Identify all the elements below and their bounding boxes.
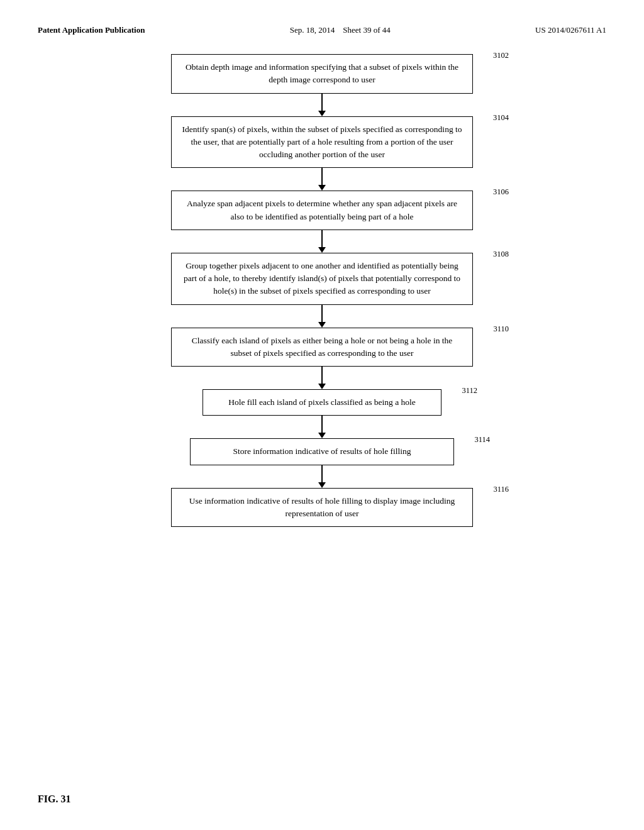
- arrow-7: [318, 465, 326, 488]
- arrow-head-5: [318, 384, 326, 389]
- step-3106-text: Analyze span adjacent pixels to determin…: [187, 199, 457, 221]
- ref-3116: 3116: [492, 484, 509, 495]
- ref-3110: 3110: [492, 323, 509, 335]
- step-3108-text: Group together pixels adjacent to one an…: [184, 261, 460, 296]
- arrow-head-3: [318, 247, 326, 253]
- arrow-line-7: [321, 465, 323, 482]
- flow-row-3102: Obtain depth image and information speci…: [171, 54, 473, 94]
- step-3110-text: Classify each island of pixels as either…: [192, 336, 453, 358]
- step-3116-box: Use information indicative of results of…: [171, 488, 473, 528]
- publication-date: Sep. 18, 2014: [290, 25, 335, 35]
- flow-row-3104: Identify span(s) of pixels, within the s…: [171, 116, 473, 169]
- step-3110-box: Classify each island of pixels as either…: [171, 328, 473, 367]
- step-3112-box: Hole fill each island of pixels classifi…: [203, 389, 441, 416]
- arrow-4: [318, 305, 326, 328]
- arrow-line-4: [321, 305, 323, 322]
- page: Patent Application Publication Sep. 18, …: [0, 0, 644, 830]
- step-3102-text: Obtain depth image and information speci…: [186, 62, 458, 84]
- flow-row-3108: Group together pixels adjacent to one an…: [171, 253, 473, 305]
- step-3102-box: Obtain depth image and information speci…: [171, 54, 473, 94]
- step-3112-text: Hole fill each island of pixels classifi…: [228, 397, 416, 407]
- ref-3112: 3112: [460, 385, 477, 397]
- step-3114-box: Store information indicative of results …: [190, 438, 454, 465]
- step-3104-box: Identify span(s) of pixels, within the s…: [171, 116, 473, 169]
- flow-row-3110: Classify each island of pixels as either…: [171, 328, 473, 367]
- arrow-line-3: [321, 230, 323, 247]
- ref-3104: 3104: [492, 112, 509, 124]
- sheet-info: Sheet 39 of 44: [343, 25, 390, 35]
- arrow-head-6: [318, 433, 326, 438]
- fig-label: FIG. 31: [38, 794, 70, 805]
- step-3114-text: Store information indicative of results …: [233, 446, 411, 456]
- flow-row-3106: Analyze span adjacent pixels to determin…: [171, 191, 473, 230]
- arrow-head-2: [318, 185, 326, 191]
- header-left: Patent Application Publication: [38, 25, 145, 35]
- arrow-head-4: [318, 322, 326, 328]
- flowchart: Obtain depth image and information speci…: [38, 54, 606, 527]
- flow-row-3114: Store information indicative of results …: [190, 438, 454, 465]
- step-3108-box: Group together pixels adjacent to one an…: [171, 253, 473, 305]
- flow-row-3116: Use information indicative of results of…: [171, 488, 473, 528]
- arrow-line-1: [321, 94, 323, 111]
- header-right: US 2014/0267611 A1: [535, 25, 606, 35]
- step-3106-box: Analyze span adjacent pixels to determin…: [171, 191, 473, 230]
- header-center: Sep. 18, 2014 Sheet 39 of 44: [290, 25, 391, 35]
- page-header: Patent Application Publication Sep. 18, …: [38, 25, 606, 35]
- arrow-5: [318, 367, 326, 389]
- arrow-line-2: [321, 168, 323, 185]
- step-3104-text: Identify span(s) of pixels, within the s…: [182, 124, 462, 160]
- ref-3108: 3108: [492, 248, 509, 260]
- arrow-line-5: [321, 367, 323, 384]
- arrow-head-7: [318, 482, 326, 488]
- arrow-3: [318, 230, 326, 253]
- arrow-2: [318, 168, 326, 191]
- ref-3106: 3106: [492, 186, 509, 198]
- arrow-line-6: [321, 416, 323, 433]
- ref-3114: 3114: [473, 434, 490, 446]
- flow-row-3112: Hole fill each island of pixels classifi…: [203, 389, 441, 416]
- arrow-6: [318, 416, 326, 438]
- ref-3102: 3102: [492, 50, 509, 62]
- arrow-1: [318, 94, 326, 116]
- step-3116-text: Use information indicative of results of…: [189, 496, 455, 518]
- arrow-head-1: [318, 111, 326, 116]
